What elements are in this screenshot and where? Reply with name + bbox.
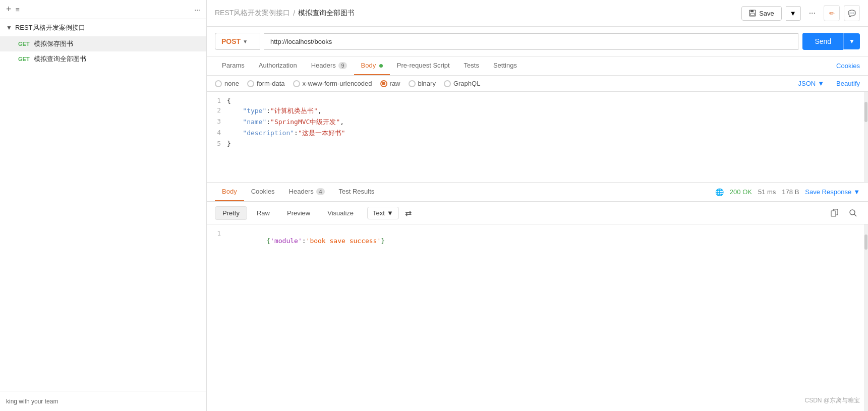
comment-icon: 💬: [848, 10, 856, 17]
text-format-select[interactable]: Text ▼: [367, 207, 399, 219]
tab-authorization[interactable]: Authorization: [252, 56, 304, 75]
format-raw-button[interactable]: Raw: [249, 206, 277, 220]
line-content-4: "description":"这是一本好书": [227, 129, 345, 138]
branding: CSDN @东离与糖宝: [804, 396, 860, 405]
option-urlencoded[interactable]: x-www-form-urlencoded: [293, 80, 372, 87]
editor-scrollbar-thumb: [864, 102, 867, 122]
format-visualize-button[interactable]: Visualize: [320, 206, 361, 220]
response-tab-cookies[interactable]: Cookies: [244, 183, 282, 201]
breadcrumb-link[interactable]: REST风格开发案例接口: [215, 9, 290, 18]
status-ok: 200 OK: [730, 188, 752, 196]
response-tab-headers[interactable]: Headers 4: [282, 183, 332, 201]
tab-tests[interactable]: Tests: [457, 56, 486, 75]
method-badge-get: GET: [18, 41, 30, 47]
resp-val: 'book save success': [306, 237, 381, 245]
code-line-5: 5 }: [207, 139, 868, 148]
topbar-actions: Save ▼ ··· ✏ 💬: [741, 5, 860, 21]
option-raw[interactable]: raw: [380, 80, 400, 87]
endpoint-label-query: 模拟查询全部图书: [34, 54, 86, 64]
response-actions: [828, 206, 860, 220]
response-scrollbar-thumb: [864, 234, 867, 250]
option-binary[interactable]: binary: [409, 80, 436, 87]
status-size: 178 B: [782, 188, 799, 196]
cookies-link[interactable]: Cookies: [836, 62, 860, 70]
edit-button[interactable]: ✏: [824, 5, 840, 21]
code-editor[interactable]: 1 { 2 "type":"计算机类丛书", 3 "name":"SpringM…: [207, 92, 868, 183]
breadcrumb-current: 模拟查询全部图书: [298, 9, 355, 18]
svg-rect-4: [831, 211, 836, 216]
response-status: 🌐 200 OK 51 ms 178 B Save Response ▼: [715, 188, 860, 196]
svg-rect-2: [750, 13, 755, 16]
comment-button[interactable]: 💬: [844, 5, 860, 21]
response-scrollbar[interactable]: [864, 224, 868, 411]
option-none[interactable]: none: [215, 80, 239, 87]
topbar: REST风格开发案例接口 / 模拟查询全部图书 Save ▼ ··· ✏ 💬: [207, 0, 868, 27]
endpoint-label-save: 模拟保存图书: [34, 39, 73, 48]
status-time: 51 ms: [758, 188, 776, 196]
sidebar: + ≡ ··· ▼ REST风格开发案例接口 GET 模拟保存图书 GET 模拟…: [0, 0, 207, 411]
code-line-2: 2 "type":"计算机类丛书",: [207, 105, 868, 116]
format-pretty-button[interactable]: Pretty: [215, 206, 247, 220]
endpoint-item-save[interactable]: GET 模拟保存图书: [0, 36, 206, 51]
resp-brace-close: }: [381, 237, 385, 245]
method-label: POST: [221, 37, 241, 45]
response-line-1: 1 {'module':'book save success'}: [207, 228, 868, 253]
resp-key: 'module': [270, 237, 302, 245]
send-dropdown-button[interactable]: ▼: [843, 33, 860, 49]
json-select[interactable]: JSON ▼: [798, 80, 824, 87]
method-dropdown-arrow-icon: ▼: [243, 39, 248, 44]
line-number: 3: [207, 118, 227, 125]
editor-scrollbar[interactable]: [864, 92, 868, 182]
search-icon[interactable]: [846, 206, 860, 220]
tab-settings[interactable]: Settings: [486, 56, 524, 75]
word-wrap-icon[interactable]: ⇄: [405, 208, 412, 218]
svg-point-5: [850, 210, 855, 215]
breadcrumb: REST风格开发案例接口 / 模拟查询全部图书: [215, 9, 737, 18]
radio-form-data: [247, 80, 254, 87]
tab-params[interactable]: Params: [215, 56, 252, 75]
copy-icon[interactable]: [828, 206, 842, 220]
text-select-arrow-icon: ▼: [387, 209, 393, 217]
topbar-more-icon[interactable]: ···: [805, 6, 820, 21]
sidebar-more-icon[interactable]: ···: [194, 6, 200, 14]
response-tabs: Body Cookies Headers 4 Test Results 🌐 20…: [207, 183, 868, 202]
resp-line-num: 1: [207, 229, 227, 237]
endpoint-item-query[interactable]: GET 模拟查询全部图书: [0, 51, 206, 67]
save-dropdown-arrow[interactable]: ▼: [786, 6, 801, 21]
filter-icon[interactable]: ≡: [16, 6, 20, 14]
method-select[interactable]: POST ▼: [215, 33, 260, 50]
response-tab-body[interactable]: Body: [215, 183, 244, 201]
search-svg: [849, 209, 857, 217]
response-tab-test-results[interactable]: Test Results: [332, 183, 382, 201]
line-number: 4: [207, 129, 227, 136]
url-input[interactable]: [264, 33, 798, 50]
line-brace-close: }: [227, 140, 231, 147]
save-disk-icon: [749, 10, 756, 17]
save-response-button[interactable]: Save Response ▼: [805, 188, 860, 196]
response-content: {'module':'book save success'}: [227, 229, 385, 252]
option-form-data[interactable]: form-data: [247, 80, 285, 87]
format-preview-button[interactable]: Preview: [279, 206, 318, 220]
sidebar-footer-text: king with your team: [6, 398, 58, 405]
tab-body[interactable]: Body: [354, 56, 390, 75]
radio-none: [215, 80, 222, 87]
main-content: REST风格开发案例接口 / 模拟查询全部图书 Save ▼ ··· ✏ 💬 P…: [207, 0, 868, 411]
collection-name: REST风格开发案例接口: [15, 23, 85, 32]
sidebar-header: + ≡ ···: [0, 0, 206, 19]
add-icon[interactable]: +: [6, 4, 12, 15]
headers-count-badge: 9: [338, 62, 346, 69]
collapse-arrow-icon: ▼: [6, 24, 12, 31]
radio-raw: [380, 80, 387, 87]
send-main-button[interactable]: Send: [802, 33, 843, 50]
beautify-button[interactable]: Beautify: [836, 80, 860, 87]
copy-svg: [831, 209, 839, 217]
collection-item[interactable]: ▼ REST风格开发案例接口: [0, 19, 206, 36]
tab-pre-request[interactable]: Pre-request Script: [390, 56, 457, 75]
tab-headers[interactable]: Headers 9: [304, 56, 354, 75]
option-graphql[interactable]: GraphQL: [444, 80, 480, 87]
radio-graphql: [444, 80, 451, 87]
request-tabs: Params Authorization Headers 9 Body Pre-…: [207, 56, 868, 76]
save-button[interactable]: Save: [741, 6, 782, 21]
method-badge-get-2: GET: [18, 56, 30, 62]
svg-line-6: [854, 214, 856, 216]
